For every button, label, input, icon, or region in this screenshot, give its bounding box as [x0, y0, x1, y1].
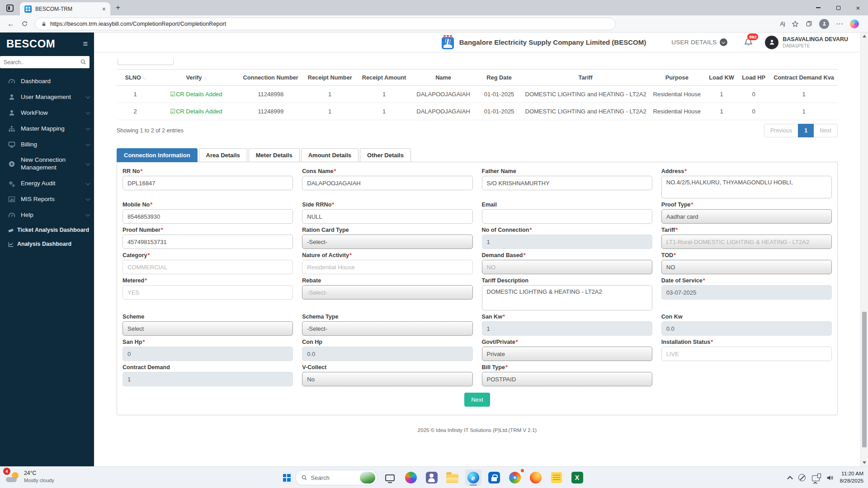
user-avatar[interactable] — [765, 36, 778, 49]
cell-1[interactable]: ☑CR Details Added — [154, 103, 238, 120]
sidebar-item-label: Billing — [21, 141, 37, 149]
chrome-app-icon[interactable] — [507, 469, 523, 486]
side-rrno-input[interactable]: NULL — [302, 209, 472, 224]
close-button[interactable]: × — [848, 0, 868, 15]
address-input[interactable]: NO.4/2/5,HALKURU, THYAMAGONDLU HOBLI, — [661, 176, 832, 198]
clock[interactable]: 11:20 AM 8/28/2025 — [840, 470, 863, 485]
folder-app-icon[interactable] — [444, 469, 461, 486]
field-rebate: Rebate-Select- — [302, 277, 472, 300]
start-button-icon[interactable] — [283, 474, 291, 482]
ration-card-type-select[interactable]: -Select- — [302, 235, 472, 249]
tab-other-details[interactable]: Other Details — [360, 148, 411, 162]
desktop-app-icon[interactable] — [382, 469, 398, 486]
excel-app-icon[interactable]: X — [569, 469, 585, 486]
column-header-1[interactable]: Verify↑↓ — [154, 70, 238, 86]
sidebar-item-ticket-analysis-dashboard[interactable]: Ticket Analysis Dashboard — [0, 223, 94, 238]
proof-type-label: Proof Type* — [661, 202, 832, 208]
father-name-input[interactable]: S/O KRISHNAMURTHY — [482, 176, 652, 190]
copilot-icon[interactable] — [850, 19, 859, 28]
firefox-app-icon[interactable] — [528, 469, 544, 486]
rr-no-input[interactable]: DPL16847 — [123, 176, 293, 190]
cell-1[interactable]: ☑CR Details Added — [154, 86, 238, 103]
sidebar-item-billing[interactable]: Billing — [0, 137, 94, 153]
taskbar-search[interactable]: Search — [295, 470, 377, 485]
demand-based-select: NO — [482, 260, 652, 274]
sidebar-item-energy-audit[interactable]: Energy Audit — [0, 176, 94, 192]
proof-number-input[interactable]: 457498153731 — [123, 235, 293, 249]
browser-tab[interactable]: BESCOM-TRM × — [20, 2, 110, 15]
favorites-star-icon[interactable] — [792, 20, 799, 28]
do-not-disturb-icon[interactable] — [798, 474, 806, 481]
tariff-description-input[interactable]: DOMESTIC LIGHTING & HEATING - LT2A2 — [482, 285, 652, 310]
sidebar-item-master-mapping[interactable]: Master Mapping — [0, 121, 94, 137]
sidebar-item-new-connection-management[interactable]: New Connection Management — [0, 152, 94, 176]
san-kw-label: San Kw* — [482, 314, 652, 320]
sidebar-item-analysis-dashboard[interactable]: Analysis Dashboard — [0, 237, 94, 252]
user-details-dropdown[interactable]: USER DETAILS — [671, 38, 727, 46]
sidebar-item-mis-reports[interactable]: MIS Reports — [0, 192, 94, 207]
scheme-label: Scheme — [123, 314, 293, 320]
tab-connection-information[interactable]: Connection Information — [117, 148, 198, 162]
scrollbar-thumb[interactable] — [862, 312, 867, 447]
speaker-icon[interactable] — [826, 474, 834, 482]
header-actions: USER DETAILS 892 BASAVALINGA DEVARU DABA… — [671, 36, 848, 49]
v-collect-select[interactable]: No — [302, 372, 472, 386]
browser-profile-avatar[interactable] — [819, 19, 829, 29]
tab-meter-details[interactable]: Meter Details — [249, 148, 300, 162]
email-input[interactable] — [482, 209, 652, 224]
scheme-select[interactable]: Select — [123, 321, 293, 336]
tab-amount-details[interactable]: Amount Details — [301, 148, 359, 162]
back-button[interactable]: ← — [7, 20, 14, 28]
column-header-0[interactable]: SLNO↑↓ — [117, 70, 154, 86]
next-page-button[interactable]: Next — [813, 124, 838, 137]
mobile-no-input[interactable]: 8546853930 — [123, 209, 293, 224]
field-govt-private: Govt/Private*Private — [482, 339, 652, 361]
tab-close-icon[interactable]: × — [102, 6, 106, 12]
sidebar-item-label: WorkFlow — [21, 109, 48, 117]
side-rrno-label: Side RRNo* — [302, 202, 472, 208]
teams-app-icon[interactable] — [424, 469, 440, 486]
cons-name-input[interactable]: DALAPOOJAGAIAH — [302, 176, 472, 190]
browser-menu-icon[interactable]: ⋯ — [836, 20, 843, 28]
read-aloud-icon[interactable]: A) — [780, 21, 785, 27]
collections-icon[interactable] — [806, 20, 812, 27]
sidebar-item-workflow[interactable]: WorkFlow — [0, 105, 94, 121]
page-scrollbar[interactable] — [860, 33, 868, 466]
refresh-button[interactable] — [21, 20, 28, 27]
page-1-button[interactable]: 1 — [798, 124, 814, 137]
notifications-button[interactable]: 892 — [744, 38, 753, 47]
sidebar-item-label: Analysis Dashboard — [17, 241, 71, 248]
notes-app-icon[interactable] — [548, 469, 565, 486]
govt-private-select[interactable]: Private — [482, 347, 652, 361]
sidebar-item-help[interactable]: Help — [0, 207, 94, 223]
workspaces-icon[interactable] — [6, 5, 14, 12]
field-v-collect: V-CollectNo — [302, 364, 472, 386]
previous-page-button[interactable]: Previous — [764, 124, 799, 137]
cell-2: 11248999 — [239, 103, 303, 120]
maximize-button[interactable] — [828, 0, 848, 15]
browser-app-icon[interactable] — [403, 469, 419, 486]
proof-type-select[interactable]: Aadhar card — [661, 209, 832, 224]
sidebar-item-user-management[interactable]: User Management — [0, 89, 94, 105]
ethernet-icon[interactable] — [812, 475, 820, 481]
scroll-down-icon[interactable] — [863, 461, 866, 464]
menu-toggle-icon[interactable]: ≡ — [83, 39, 88, 49]
bill-type-label: Bill Type* — [482, 364, 652, 371]
sidebar-search-input[interactable] — [0, 56, 90, 68]
new-tab-button[interactable]: + — [116, 3, 120, 12]
tod-select[interactable]: NO — [661, 260, 832, 274]
minimize-button[interactable] — [808, 0, 828, 15]
store-app-icon[interactable] — [486, 469, 502, 486]
browser-navbar: ← https://bescom.trm.ieasybill.com/Compl… — [0, 15, 868, 33]
next-button[interactable]: Next — [464, 393, 490, 407]
edge-app-icon[interactable]: e — [465, 469, 481, 486]
sidebar-item-dashboard[interactable]: Dashboard — [0, 74, 94, 89]
schema-type-select[interactable]: -Select- — [302, 321, 472, 336]
column-header-10: Load HP — [737, 70, 770, 86]
address-bar[interactable]: https://bescom.trm.ieasybill.com/Complet… — [35, 18, 616, 30]
scroll-up-icon[interactable] — [863, 35, 866, 38]
tab-area-details[interactable]: Area Details — [199, 148, 247, 162]
required-marker: * — [684, 168, 687, 174]
bill-type-select[interactable]: POSTPAID — [482, 372, 652, 386]
tray-overflow-icon[interactable] — [787, 476, 793, 482]
